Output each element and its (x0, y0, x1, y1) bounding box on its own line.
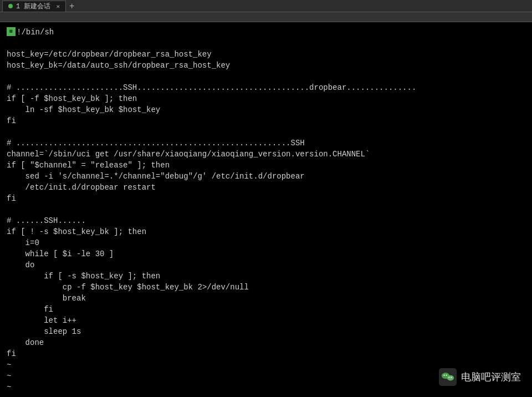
terminal-line-1 (7, 38, 525, 49)
svg-point-6 (451, 377, 452, 378)
terminal-line-9 (7, 126, 525, 138)
terminal-line-17: # ......SSH...... (7, 215, 525, 226)
terminal-line-shebang: ⊞!/bin/sh (7, 27, 525, 38)
shebang-icon: ⊞ (7, 27, 16, 36)
tab-label: 1 新建会话 (16, 2, 50, 11)
svg-point-5 (448, 377, 449, 378)
terminal-line-19: i=0 (7, 237, 525, 248)
terminal-line-13: sed -i 's/channel=.*/channel="debug"/g' … (7, 171, 525, 182)
terminal-line-10: # ......................................… (7, 138, 525, 149)
svg-point-2 (447, 375, 454, 381)
terminal-line-15: fi (7, 193, 525, 204)
terminal-line-21: do (7, 259, 525, 271)
wechat-icon (439, 368, 457, 386)
terminal-line-2: host_key=/etc/dropbear/dropbear_rsa_host… (7, 49, 525, 60)
terminal-line-22: if [ -s $host_key ]; then (7, 271, 525, 282)
svg-point-3 (443, 375, 444, 376)
terminal-line-28: done (7, 337, 525, 348)
terminal-line-12: if [ "$channel" = "release" ]; then (7, 160, 525, 171)
terminal-line-20: while [ $i -le 30 ] (7, 248, 525, 259)
new-tab-button[interactable]: + (66, 1, 78, 12)
tab-close-icon[interactable]: ✕ (56, 3, 60, 10)
terminal: ⊞!/bin/sh host_key=/etc/dropbear/dropbea… (0, 22, 532, 397)
terminal-line-14: /etc/init.d/dropbear restart (7, 182, 525, 193)
watermark-text: 电脑吧评测室 (461, 371, 521, 383)
terminal-line-8: fi (7, 115, 525, 126)
watermark: 电脑吧评测室 (439, 368, 521, 386)
terminal-line-18: if [ ! -s $host_key_bk ]; then (7, 226, 525, 237)
terminal-line-25: fi (7, 304, 525, 315)
tab[interactable]: 1 新建会话 ✕ (2, 1, 66, 12)
terminal-tilde-4: ~ (7, 393, 525, 397)
terminal-line-26: let i++ (7, 315, 525, 326)
tab-dot (8, 4, 13, 8)
toolbar-area (0, 12, 532, 22)
terminal-line-7: ln -sf $host_key_bk $host_key (7, 104, 525, 115)
terminal-line-16 (7, 204, 525, 215)
terminal-line-23: cp -f $host_key $host_key_bk 2>/dev/null (7, 282, 525, 293)
terminal-line-24: break (7, 293, 525, 304)
terminal-line-6: if [ -f $host_key_bk ]; then (7, 93, 525, 104)
title-bar: 1 新建会话 ✕ + (0, 0, 532, 12)
terminal-line-3: host_key_bk=/data/auto_ssh/dropbear_rsa_… (7, 60, 525, 71)
terminal-line-11: channel=`/sbin/uci get /usr/share/xiaoqi… (7, 149, 525, 160)
terminal-line-5: # .......................SSH............… (7, 82, 525, 93)
terminal-line-29: fi (7, 348, 525, 359)
terminal-line-4 (7, 71, 525, 82)
terminal-line-27: sleep 1s (7, 326, 525, 337)
svg-point-4 (446, 375, 447, 376)
